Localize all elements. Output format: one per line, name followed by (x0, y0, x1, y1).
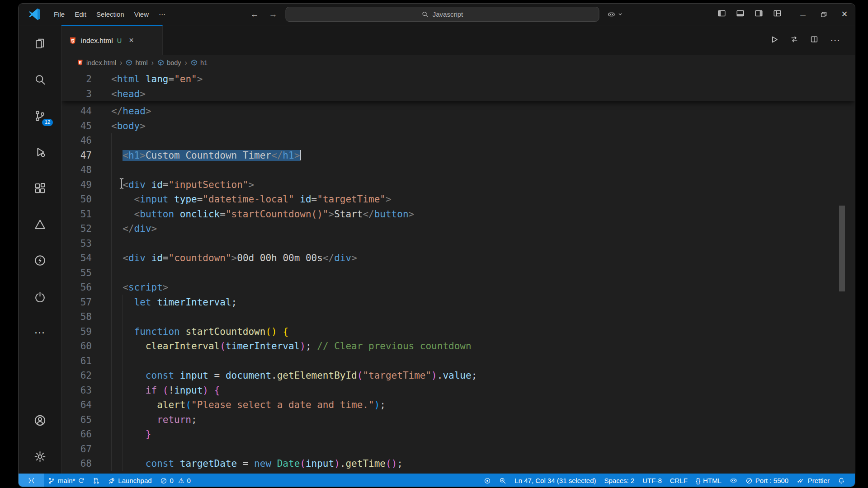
code-line-47[interactable]: 47 <h1>Custom Countdown Timer</h1> (61, 148, 855, 163)
code-line-67[interactable]: 67 (61, 442, 855, 457)
line-number[interactable]: 47 (61, 148, 92, 163)
line-number[interactable]: 63 (61, 383, 92, 398)
line-number[interactable]: 3 (61, 87, 92, 102)
breadcrumb-html[interactable]: html (126, 59, 147, 66)
code-line-48[interactable]: 48 (61, 163, 855, 178)
remote-indicator[interactable] (19, 474, 44, 487)
explorer-icon[interactable] (29, 32, 51, 55)
line-number[interactable]: 2 (61, 72, 92, 87)
line-number[interactable]: 58 (61, 310, 92, 324)
line-number[interactable]: 59 (61, 324, 92, 339)
source-control-icon[interactable]: 12 (29, 104, 51, 127)
formatter-status[interactable]: ✓✓ Prettier (793, 474, 834, 487)
breadcrumb-h1[interactable]: h1 (191, 59, 208, 66)
code-line-57[interactable]: 57 let timerInterval; (61, 295, 855, 310)
line-number[interactable]: 60 (61, 339, 92, 354)
code-line-68[interactable]: 68 const targetDate = new Date(input).ge… (61, 456, 855, 471)
code-line-60[interactable]: 60 clearInterval(timerInterval); // Clea… (61, 339, 855, 354)
branch-status[interactable]: main* (44, 474, 89, 487)
line-number[interactable]: 57 (61, 295, 92, 310)
code-line-62[interactable]: 62 const input = document.getElementById… (61, 368, 855, 383)
minimize-button[interactable]: – (793, 4, 813, 25)
line-number[interactable]: 55 (61, 266, 92, 281)
toggle-sidebar-button[interactable] (717, 9, 726, 19)
indentation-status[interactable]: Spaces: 2 (600, 474, 639, 487)
code-line-49[interactable]: 49 <div id="inputSection"> (61, 178, 855, 192)
code-line-45[interactable]: 45<body> (61, 119, 855, 134)
run-debug-icon[interactable] (29, 140, 51, 164)
back-button[interactable]: ← (249, 9, 261, 19)
line-number[interactable]: 65 (61, 413, 92, 427)
code-line-65[interactable]: 65 return; (61, 413, 855, 427)
line-number[interactable]: 48 (61, 163, 92, 178)
breadcrumb-body[interactable]: body (157, 59, 181, 66)
code-line-53[interactable]: 53 (61, 236, 855, 251)
run-file-button[interactable] (770, 35, 778, 46)
cursor-position[interactable]: Ln 47, Col 34 (31 selected) (510, 474, 600, 487)
language-mode[interactable]: {} HTML (692, 474, 726, 487)
power-extension-icon[interactable] (29, 285, 51, 308)
line-number[interactable]: 62 (61, 368, 92, 383)
code-line-2[interactable]: 2<html lang="en"> (61, 72, 855, 87)
code-line-58[interactable]: 58 (61, 310, 855, 324)
code-line-56[interactable]: 56 <script> (61, 280, 855, 295)
search-sidebar-icon[interactable] (29, 68, 51, 91)
line-number[interactable]: 50 (61, 192, 92, 207)
code-line-51[interactable]: 51 <button onclick="startCountdown()">St… (61, 207, 855, 222)
toggle-panel-button[interactable] (736, 9, 745, 19)
code-line-59[interactable]: 59 function startCountdown() { (61, 324, 855, 339)
line-number[interactable]: 67 (61, 442, 92, 457)
line-number[interactable]: 49 (61, 178, 92, 192)
breadcrumb-file[interactable]: index.html (77, 59, 116, 66)
more-activity-actions[interactable]: ⋯ (29, 321, 51, 344)
menu-view[interactable]: View (129, 8, 154, 21)
eol-status[interactable]: CRLF (666, 474, 692, 487)
tab-close-icon[interactable]: × (129, 36, 134, 45)
line-number[interactable]: 46 (61, 133, 92, 148)
menu-file[interactable]: File (49, 8, 70, 21)
settings-gear-icon[interactable] (29, 445, 51, 468)
copilot-menu-button[interactable] (606, 9, 625, 20)
line-number[interactable]: 66 (61, 427, 92, 442)
triangle-extension-icon[interactable] (29, 212, 51, 236)
screencast-button[interactable] (480, 474, 495, 487)
line-number[interactable]: 52 (61, 221, 92, 236)
problems-status[interactable]: 0 ⚠ 0 (156, 474, 195, 487)
line-number[interactable]: 68 (61, 456, 92, 471)
customize-layout-button[interactable] (773, 9, 782, 19)
command-center[interactable]: Javascript (286, 7, 599, 22)
line-number[interactable]: 54 (61, 251, 92, 266)
line-number[interactable]: 44 (61, 104, 92, 119)
toggle-secondary-sidebar-button[interactable] (755, 9, 763, 19)
code-line-50[interactable]: 50 <input type="datetime-local" id="targ… (61, 192, 855, 207)
code-line-3[interactable]: 3<head> (61, 87, 855, 102)
code-line-61[interactable]: 61 (61, 354, 855, 369)
code-line-66[interactable]: 66 } (61, 427, 855, 442)
code-line-54[interactable]: 54 <div id="countdown">00d 00h 00m 00s</… (61, 251, 855, 266)
close-window-button[interactable]: × (834, 4, 855, 25)
menu-more-button[interactable]: ⋯ (154, 8, 170, 21)
account-icon[interactable] (29, 408, 51, 432)
code-line-63[interactable]: 63 if (!input) { (61, 383, 855, 398)
editor-scrollbar[interactable] (839, 206, 845, 291)
code-line-44[interactable]: 44</head> (61, 104, 855, 119)
menu-selection[interactable]: Selection (91, 8, 129, 21)
live-server-port[interactable]: Port : 5500 (741, 474, 793, 487)
thunder-client-icon[interactable] (29, 249, 51, 272)
line-number[interactable]: 53 (61, 236, 92, 251)
zoom-button[interactable] (495, 474, 510, 487)
compare-changes-button[interactable] (790, 35, 798, 45)
encoding-status[interactable]: UTF-8 (638, 474, 666, 487)
menu-edit[interactable]: Edit (70, 8, 91, 21)
code-line-46[interactable]: 46 (61, 133, 855, 148)
line-number[interactable]: 56 (61, 280, 92, 295)
split-editor-button[interactable] (810, 35, 818, 45)
code-line-64[interactable]: 64 alert("Please select a date and time.… (61, 398, 855, 413)
line-number[interactable]: 45 (61, 119, 92, 134)
restore-button[interactable] (813, 4, 834, 25)
code-line-55[interactable]: 55 (61, 266, 855, 281)
forward-button[interactable]: → (267, 9, 279, 19)
notifications-bell[interactable] (834, 474, 855, 487)
launchpad-button[interactable]: Launchpad (104, 474, 156, 487)
pull-request-button[interactable] (89, 474, 104, 487)
